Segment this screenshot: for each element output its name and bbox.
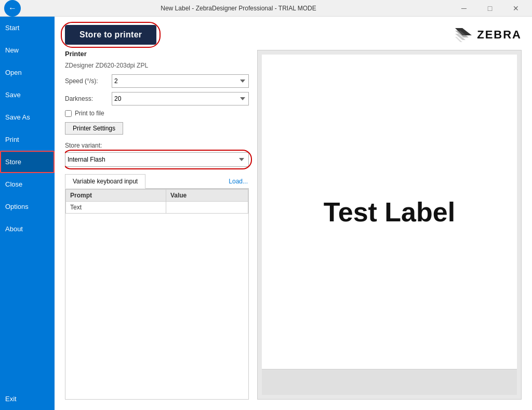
printer-name: ZDesigner ZD620-203dpi ZPL — [65, 62, 249, 69]
back-button[interactable]: ← — [4, 0, 21, 17]
col-value: Value — [166, 190, 248, 202]
store-variant-select[interactable]: Internal Flash External Flash RAM — [65, 152, 249, 167]
content-panels: Printer ZDesigner ZD620-203dpi ZPL Speed… — [55, 50, 532, 410]
window-controls: ─ □ ✕ — [452, 0, 528, 17]
store-button-wrapper: Store to printer — [65, 25, 156, 45]
label-preview-area: Test Label — [262, 55, 517, 369]
printer-settings-button[interactable]: Printer Settings — [65, 122, 123, 135]
label-preview-text: Test Label — [324, 196, 455, 228]
title-bar: ← New Label - ZebraDesigner Professional… — [0, 0, 532, 17]
col-prompt: Prompt — [66, 190, 166, 202]
label-preview-footer — [262, 369, 517, 395]
value-cell[interactable] — [166, 202, 248, 214]
speed-row: Speed (°/s): 1 2 3 4 6 8 — [65, 74, 249, 88]
sidebar-item-options[interactable]: Options — [0, 195, 55, 218]
printer-section-title: Printer — [65, 50, 249, 58]
zebra-logo-icon — [453, 26, 474, 44]
sidebar-item-new[interactable]: New — [0, 39, 55, 61]
sidebar-item-save[interactable]: Save — [0, 84, 55, 106]
content-header: Store to printer ZEBRA — [55, 17, 532, 50]
darkness-select[interactable]: 10 15 20 25 30 — [112, 92, 249, 105]
store-variant-wrapper: Internal Flash External Flash RAM — [65, 152, 249, 167]
tab-variable-keyboard-input[interactable]: Variable keyboard input — [65, 174, 145, 189]
store-to-printer-button[interactable]: Store to printer — [65, 25, 156, 45]
prompt-cell: Text — [66, 202, 166, 214]
print-to-file-label[interactable]: Print to file — [75, 110, 104, 117]
sidebar-item-open[interactable]: Open — [0, 61, 55, 84]
speed-select[interactable]: 1 2 3 4 6 8 — [112, 74, 249, 88]
close-button[interactable]: ✕ — [504, 0, 528, 17]
darkness-row: Darkness: 10 15 20 25 30 — [65, 92, 249, 105]
zebra-logo-text: ZEBRA — [477, 28, 522, 42]
sidebar: Start New Open Save Save As Print Store … — [0, 17, 55, 410]
content-area: Store to printer ZEBRA Printer ZDesigner… — [55, 17, 532, 410]
sidebar-item-save-as[interactable]: Save As — [0, 106, 55, 128]
zebra-logo: ZEBRA — [453, 26, 522, 44]
sidebar-item-about[interactable]: About — [0, 218, 55, 240]
sidebar-item-print[interactable]: Print — [0, 128, 55, 151]
darkness-label: Darkness: — [65, 95, 112, 102]
sidebar-item-close[interactable]: Close — [0, 173, 55, 195]
print-to-file-row: Print to file — [65, 110, 249, 117]
tab-bar: Variable keyboard input Load... — [65, 174, 249, 189]
variable-table: Prompt Value Text — [65, 189, 248, 214]
store-variant-label: Store variant: — [65, 142, 249, 149]
sidebar-item-exit[interactable]: Exit — [0, 388, 55, 410]
variable-table-wrapper: Prompt Value Text — [65, 189, 249, 400]
minimize-button[interactable]: ─ — [452, 0, 476, 17]
maximize-button[interactable]: □ — [478, 0, 502, 17]
sidebar-item-start[interactable]: Start — [0, 17, 55, 39]
print-to-file-checkbox[interactable] — [65, 110, 72, 117]
load-link[interactable]: Load... — [229, 178, 249, 185]
window-title: New Label - ZebraDesigner Professional -… — [25, 5, 452, 12]
sidebar-item-store[interactable]: Store — [0, 151, 55, 173]
left-panel: Printer ZDesigner ZD620-203dpi ZPL Speed… — [65, 50, 257, 400]
table-row: Text — [66, 202, 248, 214]
speed-label: Speed (°/s): — [65, 77, 112, 85]
label-preview-panel: Test Label — [257, 50, 522, 400]
